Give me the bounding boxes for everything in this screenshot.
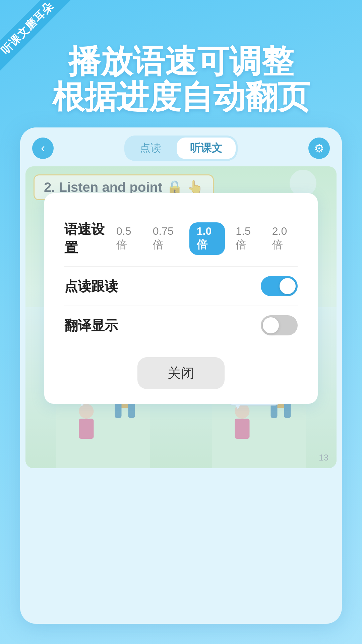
device-frame: ‹ 点读 听课文 ⚙ 2. Listen and point 🔒 👆 语速设置: [20, 127, 342, 624]
follow-reading-toggle[interactable]: [261, 276, 298, 296]
back-icon: ‹: [41, 141, 45, 155]
settings-gear-button[interactable]: ⚙: [308, 138, 330, 159]
speed-opt-3[interactable]: 1.5倍: [231, 222, 261, 255]
corner-ribbon: 听课文磨耳朵: [0, 0, 74, 74]
speed-opt-1[interactable]: 0.75倍: [148, 222, 183, 255]
close-button[interactable]: 关闭: [137, 357, 225, 389]
translation-knob: [263, 317, 279, 333]
translation-toggle[interactable]: [261, 315, 298, 335]
speed-opt-0[interactable]: 0.5倍: [112, 222, 142, 255]
app-topbar: ‹ 点读 听课文 ⚙: [20, 127, 342, 166]
follow-reading-knob: [280, 278, 296, 294]
close-btn-row: 关闭: [64, 357, 298, 389]
speed-setting-row: 语速设置 0.5倍 0.75倍 1.0倍 1.5倍 2.0倍: [64, 211, 298, 267]
follow-reading-row: 点读跟读: [64, 267, 298, 306]
ribbon-text: 听课文磨耳朵: [0, 0, 71, 71]
content-area: 2. Listen and point 🔒 👆 语速设置 0.5倍 0.75倍 …: [25, 166, 337, 468]
speed-opt-4[interactable]: 2.0倍: [267, 222, 298, 255]
translation-label: 翻译显示: [64, 316, 118, 335]
translation-row: 翻译显示: [64, 306, 298, 345]
gear-icon: ⚙: [314, 142, 324, 155]
speed-options-group: 0.5倍 0.75倍 1.0倍 1.5倍 2.0倍: [112, 222, 298, 255]
follow-reading-label: 点读跟读: [64, 277, 118, 296]
tab-listen-text[interactable]: 听课文: [177, 138, 236, 159]
speed-setting-label: 语速设置: [64, 220, 112, 257]
back-button[interactable]: ‹: [32, 138, 54, 159]
settings-modal-overlay: 语速设置 0.5倍 0.75倍 1.0倍 1.5倍 2.0倍 点读跟读: [25, 166, 337, 468]
settings-modal: 语速设置 0.5倍 0.75倍 1.0倍 1.5倍 2.0倍 点读跟读: [44, 193, 318, 404]
speed-opt-2[interactable]: 1.0倍: [189, 222, 225, 255]
tab-group: 点读 听课文: [124, 136, 238, 161]
tab-point-reading[interactable]: 点读: [126, 138, 175, 159]
hero-line2: 根据进度自动翻页: [0, 79, 362, 115]
